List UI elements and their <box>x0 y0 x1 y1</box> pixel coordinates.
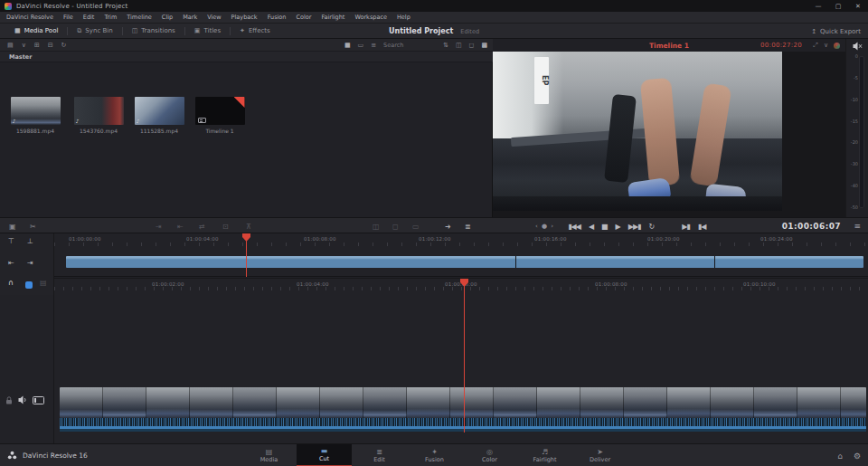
tool-b-icon[interactable]: ◻ <box>392 218 399 234</box>
menu-item-trim[interactable]: Trim <box>104 14 117 21</box>
sync-indicator-icon[interactable] <box>834 43 840 49</box>
search-input[interactable] <box>383 42 436 49</box>
timeline-audio-waveform[interactable] <box>60 418 866 426</box>
loop-button[interactable]: ↻ <box>648 223 654 231</box>
thumbnail-view-icon[interactable]: ▦ <box>344 42 351 49</box>
trim-tool-icon[interactable]: ⊤ <box>8 237 14 245</box>
new-bin-icon[interactable]: ⊞ <box>34 42 40 49</box>
tab-color[interactable]: ◎Color <box>462 444 517 466</box>
settings-icon[interactable]: ⚙ <box>854 452 861 461</box>
append-icon[interactable]: ⇤ <box>177 218 184 234</box>
trim-in-icon[interactable]: ⇤ <box>8 259 14 267</box>
chevron-down-icon[interactable]: ∨ <box>22 42 26 49</box>
titles-button[interactable]: ▣Titles <box>185 24 230 38</box>
place-on-top-icon[interactable]: ⊼ <box>246 218 251 234</box>
film-frame <box>711 387 754 418</box>
ripple-overwrite-icon[interactable]: ⇄ <box>199 218 205 234</box>
stop-button[interactable]: ■ <box>601 223 608 231</box>
tab-cut[interactable]: ▬Cut <box>297 444 352 466</box>
tab-deliver[interactable]: ➤Deliver <box>572 444 627 466</box>
timeline-options-icon[interactable]: ≡ <box>854 218 861 234</box>
media-pool-button[interactable]: ▦Media Pool <box>5 24 67 38</box>
menu-item-playback[interactable]: Playback <box>231 14 258 21</box>
refresh-icon[interactable]: ↻ <box>61 42 67 49</box>
mp-option-a-icon[interactable]: ◫ <box>456 42 462 49</box>
tab-media[interactable]: ▤Media <box>241 444 297 466</box>
mp-option-c-icon[interactable]: ▩ <box>481 42 487 49</box>
viewer-background <box>782 52 845 211</box>
mp-option-b-icon[interactable]: ◻ <box>469 42 475 49</box>
tab-fairlight[interactable]: ♬Fairlight <box>517 444 572 466</box>
menu-item-fairlight[interactable]: Fairlight <box>321 14 344 21</box>
bin-name[interactable]: Master <box>9 53 32 61</box>
film-frame <box>667 387 711 418</box>
tool-a-icon[interactable]: ◫ <box>373 218 380 234</box>
link-toggle-icon[interactable] <box>25 281 33 289</box>
lower-playhead-line[interactable] <box>464 279 465 433</box>
new-smart-bin-icon[interactable]: ⊟ <box>48 42 53 49</box>
quick-export-button[interactable]: ↥ Quick Export <box>811 24 861 39</box>
expand-viewer-icon[interactable]: ⤢ <box>813 42 818 49</box>
menu-item-edit[interactable]: Edit <box>83 14 95 21</box>
timeline-overview-clip[interactable] <box>66 256 863 268</box>
upper-timeline-ruler[interactable]: 01:00:00:0001:00:04:0001:00:08:0001:00:1… <box>54 233 868 246</box>
media-clip[interactable]: ♪1115285.mp4 <box>133 97 185 134</box>
track-audio-icon[interactable] <box>18 395 28 404</box>
camera-icon[interactable]: ▣ <box>9 218 16 234</box>
close-button[interactable]: ✕ <box>848 0 868 12</box>
effects-button[interactable]: ✦Effects <box>231 24 279 38</box>
menu-item-timeline[interactable]: Timeline <box>127 14 152 21</box>
menu-item-mark[interactable]: Mark <box>183 14 197 21</box>
jog-control[interactable]: ‹ ● › <box>535 223 554 230</box>
last-frame-button[interactable]: ▶▶▮ <box>628 223 641 231</box>
clip-thumbnail: ♪ <box>135 97 184 125</box>
flag-icon[interactable]: ▤ <box>40 279 47 287</box>
mute-icon[interactable] <box>853 42 863 51</box>
menu-item-color[interactable]: Color <box>296 14 311 21</box>
clip-name: 1543760.mp4 <box>72 128 125 134</box>
close-up-icon[interactable]: ⊡ <box>222 218 229 234</box>
prev-edit-button[interactable]: ▮◀ <box>698 223 706 231</box>
media-clip[interactable]: Timeline 1 <box>193 97 246 134</box>
menu-item-help[interactable]: Help <box>397 14 410 21</box>
smart-insert-icon[interactable]: ⇥ <box>156 218 162 234</box>
razor-icon[interactable]: ✂ <box>30 218 36 234</box>
menu-item-fusion[interactable]: Fusion <box>268 14 287 21</box>
next-edit-button[interactable]: ▶▮ <box>682 223 690 231</box>
media-clip[interactable]: ♪1598881.mp4 <box>9 97 61 134</box>
clip-filter-icon[interactable]: ▤ <box>7 42 14 49</box>
source-overwrite-icon[interactable]: ➜ <box>445 218 451 234</box>
split-tool-icon[interactable]: ⊥ <box>27 237 33 245</box>
ruler-timecode: 01:00:16:00 <box>534 236 567 242</box>
play-reverse-button[interactable]: ◀ <box>589 223 593 231</box>
sort-icon[interactable]: ⇅ <box>443 42 448 49</box>
audio-badge-icon: ♪ <box>137 118 140 124</box>
list-view-icon[interactable]: ≡ <box>371 42 376 49</box>
trim-out-icon[interactable]: ⇥ <box>27 259 33 267</box>
home-icon[interactable]: ⌂ <box>837 452 843 461</box>
maximize-button[interactable]: ▢ <box>828 0 848 12</box>
clip-cut <box>515 256 516 268</box>
tools-icon[interactable]: ≣ <box>465 218 471 234</box>
transitions-button[interactable]: ◫Transitions <box>123 24 184 38</box>
menu-item-clip[interactable]: Clip <box>162 14 173 21</box>
menu-item-davinci-resolve[interactable]: DaVinci Resolve <box>6 14 53 21</box>
tab-fusion[interactable]: ✦Fusion <box>407 444 462 466</box>
menu-item-workspace[interactable]: Workspace <box>354 14 387 21</box>
snapping-icon[interactable]: ∩ <box>8 279 14 287</box>
media-clip[interactable]: ♪1543760.mp4 <box>72 97 125 134</box>
window-title: DaVinci Resolve - Untitled Project <box>16 3 128 10</box>
strip-view-icon[interactable]: ▭ <box>358 42 364 49</box>
menu-item-view[interactable]: View <box>207 14 221 21</box>
tab-edit[interactable]: ≣Edit <box>352 444 407 466</box>
menu-item-file[interactable]: File <box>63 14 73 21</box>
tool-c-icon[interactable]: ▭ <box>412 218 420 234</box>
minimize-button[interactable]: — <box>808 0 828 12</box>
track-video-icon[interactable] <box>33 396 44 404</box>
viewer-chevron-icon[interactable]: ∨ <box>824 42 828 49</box>
play-button[interactable]: ▶ <box>616 223 620 231</box>
sync-bin-button[interactable]: ⧉Sync Bin <box>68 24 121 38</box>
first-frame-button[interactable]: ▮◀◀ <box>568 223 580 231</box>
track-lock-icon[interactable] <box>5 396 13 404</box>
timeline-video-clip[interactable] <box>60 387 866 418</box>
